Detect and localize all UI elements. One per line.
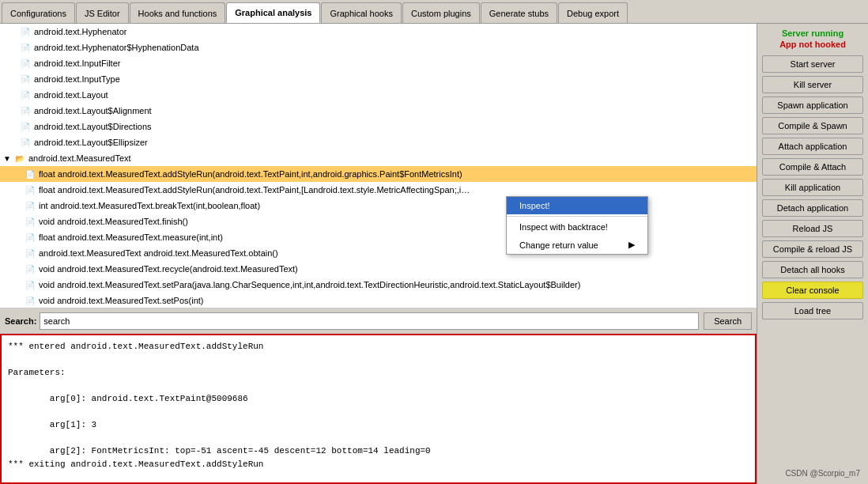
tab-js-editor[interactable]: JS Editor — [76, 2, 129, 23]
tree-label-17: void android.text.MeasuredText.setPara(j… — [39, 280, 580, 289]
detach-all-hooks-button[interactable]: Detach all hooks — [762, 261, 863, 278]
file-icon-7 — [19, 120, 32, 133]
file-icon-3 — [19, 57, 32, 70]
tree-label-2: android.text.Hyphenator$HyphenationData — [34, 43, 199, 52]
file-icon-4 — [19, 73, 32, 85]
tree-item-7[interactable]: android.text.Layout$Directions — [0, 119, 757, 134]
tree-area[interactable]: android.text.Hyphenator android.text.Hyp… — [0, 24, 757, 308]
tree-label-15: android.text.MeasuredText android.text.M… — [39, 248, 278, 258]
context-menu-inspect-backtrace[interactable]: Inspect with backtrace! — [507, 218, 647, 236]
file-icon-16 — [24, 263, 36, 275]
tree-label-13: void android.text.MeasuredText.finish() — [39, 217, 188, 226]
search-input[interactable] — [40, 312, 699, 330]
compile-attach-button[interactable]: Compile & Attach — [762, 158, 863, 176]
tree-label-14: float android.text.MeasuredText.measure(… — [39, 233, 223, 242]
context-menu-change-return-label: Change return value — [519, 240, 598, 250]
tab-generate-stubs[interactable]: Generate stubs — [481, 2, 557, 23]
context-menu-separator — [507, 216, 647, 217]
right-panel: Server running App not hooked Start serv… — [757, 24, 868, 484]
main-layout: android.text.Hyphenator android.text.Hyp… — [0, 24, 868, 484]
tree-item-9[interactable]: ▼ android.text.MeasuredText — [0, 150, 757, 166]
reload-js-button[interactable]: Reload JS — [762, 220, 863, 237]
tree-item-5[interactable]: android.text.Layout — [0, 87, 757, 103]
file-icon-13 — [24, 215, 36, 228]
context-menu-change-return[interactable]: Change return value ▶ — [507, 236, 647, 254]
tree-item-11[interactable]: float android.text.MeasuredText.addStyle… — [0, 182, 757, 198]
tree-label-12: int android.text.MeasuredText.breakText(… — [39, 201, 260, 210]
expand-icon-9[interactable]: ▼ — [3, 154, 11, 163]
tree-label-16: void android.text.MeasuredText.recycle(a… — [39, 264, 298, 274]
load-tree-button[interactable]: Load tree — [762, 302, 863, 320]
tree-item-16[interactable]: void android.text.MeasuredText.recycle(a… — [0, 261, 757, 277]
file-icon-14 — [24, 231, 36, 244]
tree-item-8[interactable]: android.text.Layout$Ellipsizer — [0, 134, 757, 150]
file-icon-17 — [24, 278, 36, 291]
search-button[interactable]: Search — [704, 312, 752, 330]
file-icon-10 — [24, 168, 36, 180]
file-icon-15 — [24, 247, 36, 259]
tree-item-2[interactable]: android.text.Hyphenator$HyphenationData — [0, 40, 757, 55]
tab-bar: Configurations JS Editor Hooks and funct… — [0, 0, 868, 24]
tree-item-6[interactable]: android.text.Layout$Alignment — [0, 103, 757, 119]
tab-custom-plugins[interactable]: Custom plugins — [402, 2, 480, 23]
context-menu-arrow: ▶ — [628, 240, 635, 250]
tree-label-18: void android.text.MeasuredText.setPos(in… — [39, 296, 204, 305]
tab-graphical-hooks[interactable]: Graphical hooks — [321, 2, 402, 23]
file-icon-2 — [19, 41, 32, 54]
tree-label-6: android.text.Layout$Alignment — [34, 106, 152, 115]
tree-label-9: android.text.MeasuredText — [28, 153, 131, 163]
console-content: *** entered android.text.MeasuredText.ad… — [8, 340, 749, 484]
context-menu: Inspect! Inspect with backtrace! Change … — [506, 196, 648, 255]
file-icon-5 — [19, 89, 32, 101]
tab-hooks-functions[interactable]: Hooks and functions — [130, 2, 226, 23]
status-app: App not hooked — [762, 40, 863, 49]
tab-debug-export[interactable]: Debug export — [558, 2, 628, 23]
tree-label-5: android.text.Layout — [34, 90, 108, 100]
tree-item-1[interactable]: android.text.Hyphenator — [0, 24, 757, 40]
console-area[interactable]: *** entered android.text.MeasuredText.ad… — [0, 334, 757, 484]
folder-icon-9 — [13, 152, 26, 164]
kill-server-button[interactable]: Kill server — [762, 76, 863, 93]
tab-graphical-analysis[interactable]: Graphical analysis — [226, 2, 320, 23]
tree-label-11: float android.text.MeasuredText.addStyle… — [39, 185, 470, 195]
tree-label-1: android.text.Hyphenator — [34, 27, 126, 36]
tree-label-3: android.text.InputFilter — [34, 59, 120, 68]
tab-configurations[interactable]: Configurations — [2, 2, 75, 23]
compile-reload-js-button[interactable]: Compile & reload JS — [762, 240, 863, 258]
tree-item-4[interactable]: android.text.InputType — [0, 71, 757, 87]
spawn-application-button[interactable]: Spawn application — [762, 96, 863, 114]
watermark: CSDN @Scorpio_m7 — [785, 469, 860, 478]
tree-item-18[interactable]: void android.text.MeasuredText.setPos(in… — [0, 293, 757, 308]
clear-console-button[interactable]: Clear console — [762, 282, 863, 299]
context-menu-inspect[interactable]: Inspect! — [507, 197, 647, 214]
status-server: Server running — [762, 28, 863, 38]
tree-label-10: float android.text.MeasuredText.addStyle… — [39, 169, 462, 179]
start-server-button[interactable]: Start server — [762, 55, 863, 73]
tree-label-8: android.text.Layout$Ellipsizer — [34, 138, 148, 147]
search-label: Search: — [5, 316, 36, 326]
search-bar: Search: Search — [0, 308, 757, 334]
kill-application-button[interactable]: Kill application — [762, 179, 863, 196]
file-icon-11 — [24, 183, 36, 196]
detach-application-button[interactable]: Detach application — [762, 199, 863, 217]
tree-item-10[interactable]: float android.text.MeasuredText.addStyle… — [0, 166, 757, 182]
tree-label-4: android.text.InputType — [34, 74, 120, 84]
file-icon-1 — [19, 25, 32, 38]
file-icon-8 — [19, 136, 32, 149]
left-panel: android.text.Hyphenator android.text.Hyp… — [0, 24, 757, 484]
attach-application-button[interactable]: Attach application — [762, 138, 863, 155]
tree-label-7: android.text.Layout$Directions — [34, 122, 152, 131]
file-icon-12 — [24, 199, 36, 212]
file-icon-18 — [24, 294, 36, 307]
tree-item-17[interactable]: void android.text.MeasuredText.setPara(j… — [0, 277, 757, 293]
file-icon-6 — [19, 104, 32, 117]
compile-spawn-button[interactable]: Compile & Spawn — [762, 117, 863, 134]
tree-item-3[interactable]: android.text.InputFilter — [0, 55, 757, 71]
